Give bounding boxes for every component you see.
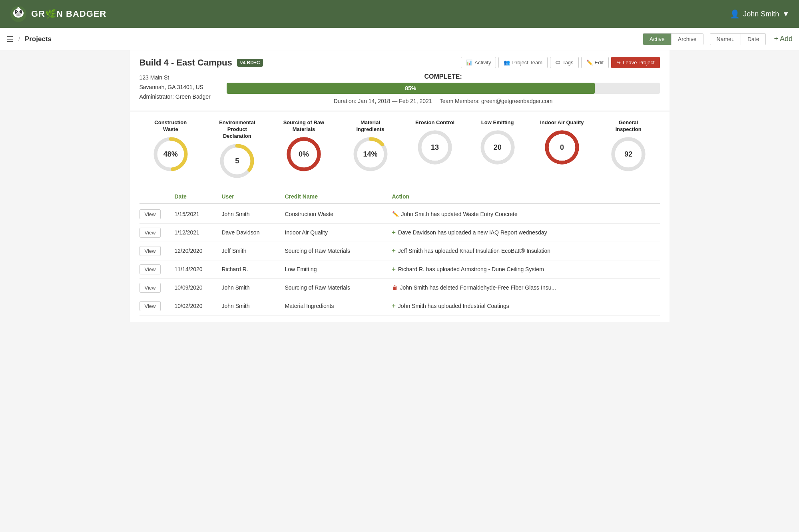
table-row: View 1/15/2021 John Smith Construction W… [139,205,660,224]
plus-icon: + [392,302,396,310]
app-header: GR🌿N BADGER 👤 John Smith ▼ [0,0,799,28]
gauge-label: Erosion Control [415,119,454,126]
user-menu[interactable]: 👤 John Smith ▼ [730,9,789,19]
filter-group: Active Archive [643,33,703,45]
activity-btn[interactable]: 📊 Activity [461,57,496,68]
sort-date-btn[interactable]: Date [741,34,766,45]
sort-group: Name↓ Date [710,33,766,45]
view-btn[interactable]: View [139,246,161,256]
action-cell: + Jeff Smith has uploaded Knauf Insulati… [392,247,660,254]
col-header-credit: Credit Name [285,193,389,200]
action-text: Jeff Smith has uploaded Knauf Insulation… [398,248,550,254]
complete-label: COMPLETE: [227,73,660,80]
gauge-item: Low Emitting 20 [478,119,518,165]
breadcrumb-projects[interactable]: Projects [25,35,52,43]
project-team-btn[interactable]: 👥 Project Team [498,57,548,68]
logo-icon [10,5,27,23]
project-address: 123 Main St Savannah, GA 31401, US Admin… [139,73,211,101]
date-cell: 1/15/2021 [175,211,219,217]
filter-archive-btn[interactable]: Archive [671,34,703,45]
date-cell: 11/14/2020 [175,266,219,272]
gauges-row: Construction Waste 48% Environmental Pro… [139,119,660,179]
gauge-label: Low Emitting [481,119,514,126]
gauge-item: Construction Waste 48% [149,119,193,172]
activity-icon: 📊 [466,60,472,66]
gauge-value: 0 [560,143,564,151]
tags-icon: 🏷 [555,60,560,66]
user-cell: John Smith [222,211,282,217]
user-avatar-icon: 👤 [730,9,740,19]
progress-bar-wrap: 85% [227,83,660,94]
gauge-item: Environmental Product Declaration 5 [215,119,259,179]
team-members-text: Team Members: green@getgreenbadger.com [440,98,553,104]
action-text: John Smith has uploaded Industrial Coati… [398,303,509,309]
gauge-value: 48% [163,150,178,158]
table-row: View 12/20/2020 Jeff Smith Sourcing of R… [139,242,660,260]
leave-icon: ↪ [616,60,621,66]
gauge-label: Environmental Product Declaration [215,119,259,140]
gauge-item: Sourcing of Raw Materials 0% [282,119,326,172]
gauge-value: 5 [235,157,239,165]
edit-btn[interactable]: ✏️ Edit [581,57,609,68]
project-meta: Duration: Jan 14, 2018 — Feb 21, 2021 Te… [227,98,660,104]
gauge-item: General Inspection 92 [606,119,650,172]
view-btn[interactable]: View [139,264,161,274]
gauge-circle: 14% [353,136,389,172]
view-btn[interactable]: View [139,283,161,293]
tags-btn[interactable]: 🏷 Tags [550,57,578,68]
gauge-value: 20 [494,143,502,151]
view-cell: View [139,246,171,256]
gauge-value: 92 [624,150,632,158]
leave-project-btn[interactable]: ↪ Leave Project [611,57,660,68]
plus-icon: + [392,247,396,254]
gauge-label: Material Ingredients [349,119,393,133]
col-header-user: User [222,193,282,200]
gauge-item: Material Ingredients 14% [349,119,393,172]
user-dropdown-icon: ▼ [782,10,789,18]
project-info: 123 Main St Savannah, GA 31401, US Admin… [139,73,660,104]
action-text: John Smith has updated Waste Entry Concr… [401,211,518,217]
nav-bar: ☰ / Projects Active Archive Name↓ Date +… [0,28,799,50]
pencil-icon: ✏️ [392,211,399,217]
gauge-item: Erosion Control 13 [415,119,455,165]
view-btn[interactable]: View [139,228,161,238]
action-cell: ✏️ John Smith has updated Waste Entry Co… [392,211,660,217]
gauge-label: General Inspection [606,119,650,133]
user-cell: Jeff Smith [222,248,282,254]
view-btn[interactable]: View [139,209,161,219]
gauge-label: Indoor Air Quality [540,119,584,126]
sort-name-btn[interactable]: Name↓ [710,34,741,45]
action-text: John Smith has deleted Formaldehyde-Free… [400,284,556,291]
credit-cell: Material Ingredients [285,303,389,309]
action-cell: + John Smith has uploaded Industrial Coa… [392,302,660,310]
view-cell: View [139,209,171,219]
credit-cell: Construction Waste [285,211,389,217]
col-header-empty [139,193,171,200]
user-cell: Richard R. [222,266,282,272]
user-name: John Smith [743,10,779,18]
gauge-label: Sourcing of Raw Materials [282,119,326,133]
logo: GR🌿N BADGER [10,5,106,23]
user-cell: Dave Davidson [222,229,282,236]
table-body: View 1/15/2021 John Smith Construction W… [139,205,660,316]
credit-cell: Low Emitting [285,266,389,272]
filter-active-btn[interactable]: Active [643,34,671,45]
admin-text: Administrator: Green Badger [139,92,211,102]
date-cell: 1/12/2021 [175,229,219,236]
project-name: Build 4 - East Campus [139,58,232,68]
table-section: Date User Credit Name Action View 1/15/2… [130,184,669,322]
svg-point-7 [17,11,18,12]
gauge-label: Construction Waste [149,119,193,133]
gauges-section: Construction Waste 48% Environmental Pro… [130,111,669,183]
project-actions: 📊 Activity 👥 Project Team 🏷 Tags ✏️ Edit [461,57,660,68]
action-text: Richard R. has uploaded Armstrong - Dune… [398,266,544,272]
trash-icon: 🗑 [392,284,398,291]
project-complete: COMPLETE: 85% Duration: Jan 14, 2018 — F… [227,73,660,104]
project-area: Build 4 - East Campus v4 BD+C 📊 Activity… [130,50,669,111]
user-cell: John Smith [222,284,282,291]
view-btn[interactable]: View [139,301,161,311]
project-badge: v4 BD+C [237,59,263,67]
view-cell: View [139,228,171,238]
hamburger-menu[interactable]: ☰ [6,34,14,44]
add-project-btn[interactable]: + Add [774,35,793,43]
